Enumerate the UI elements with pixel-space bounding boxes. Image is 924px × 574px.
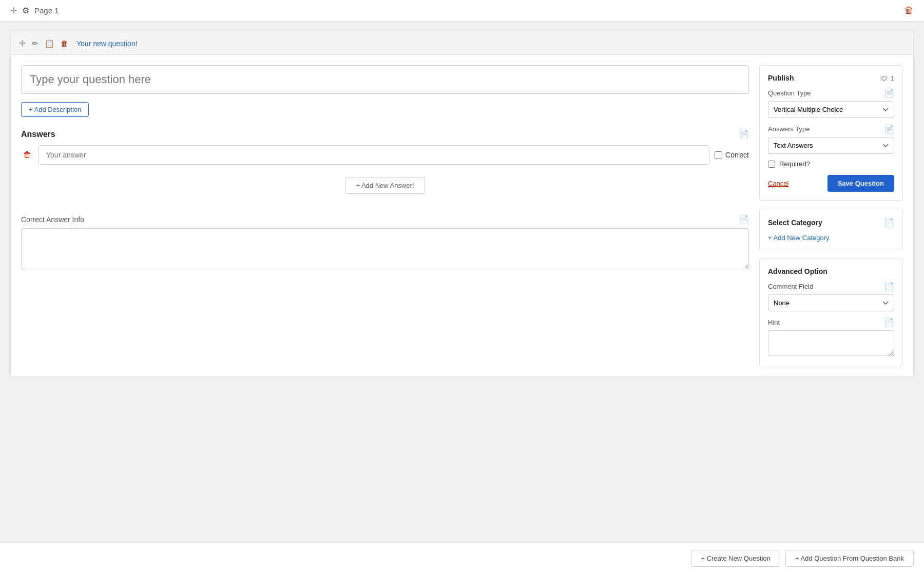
question-delete-icon[interactable]: 🗑 bbox=[61, 39, 68, 48]
comment-field-doc-icon: 📄 bbox=[884, 282, 894, 291]
comment-field-select[interactable]: None Optional Required bbox=[768, 294, 894, 311]
publish-panel-title: Publish bbox=[768, 74, 794, 82]
page-container: ✛ ✏ 📋 🗑 Your new question! + Add Descrip… bbox=[0, 22, 924, 387]
category-panel-header: Select Category 📄 bbox=[768, 217, 894, 227]
correct-checkbox-label[interactable]: Correct bbox=[715, 151, 749, 159]
publish-panel-actions: Cancel Save Question bbox=[768, 175, 894, 192]
required-checkbox-label[interactable]: Required? bbox=[768, 160, 894, 168]
add-description-button[interactable]: + Add Description bbox=[21, 102, 89, 117]
correct-info-textarea[interactable] bbox=[21, 228, 749, 269]
question-type-doc-icon: 📄 bbox=[884, 88, 894, 98]
page-delete-icon[interactable]: 🗑 bbox=[904, 5, 914, 16]
question-card: ✛ ✏ 📋 🗑 Your new question! + Add Descrip… bbox=[10, 32, 914, 377]
correct-checkbox[interactable] bbox=[715, 151, 722, 159]
question-main: + Add Description Answers 📄 🗑 Corr bbox=[21, 65, 759, 366]
answers-doc-icon: 📄 bbox=[739, 129, 749, 139]
answer-delete-button[interactable]: 🗑 bbox=[21, 148, 33, 162]
answers-title: Answers bbox=[21, 130, 55, 139]
advanced-panel: Advanced Option Comment Field 📄 None Opt… bbox=[759, 259, 903, 366]
correct-info-title: Correct Answer Info bbox=[21, 215, 84, 224]
correct-info-doc-icon: 📄 bbox=[739, 214, 749, 224]
publish-panel: Publish ID: 1 Question Type 📄 Vertical M… bbox=[759, 65, 903, 201]
hint-label: Hint 📄 bbox=[768, 318, 894, 327]
save-question-button[interactable]: Save Question bbox=[827, 175, 894, 192]
question-sidebar: Publish ID: 1 Question Type 📄 Vertical M… bbox=[759, 65, 903, 366]
question-input[interactable] bbox=[21, 65, 749, 94]
question-edit-icon[interactable]: ✏ bbox=[32, 39, 38, 48]
advanced-panel-header: Advanced Option bbox=[768, 267, 894, 275]
answer-input[interactable] bbox=[38, 145, 709, 165]
answer-row: 🗑 Correct bbox=[21, 145, 749, 165]
answers-type-select[interactable]: Text Answers Image Answers bbox=[768, 137, 894, 154]
add-category-link[interactable]: + Add New Category bbox=[768, 234, 830, 242]
hint-textarea[interactable] bbox=[768, 330, 894, 356]
correct-info-section: Correct Answer Info 📄 bbox=[21, 214, 749, 271]
question-toolbar: ✛ ✏ 📋 🗑 Your new question! bbox=[11, 32, 913, 55]
page-header-left: ✛ ⚙ Page 1 bbox=[10, 6, 59, 15]
answers-section: Answers 📄 🗑 Correct bbox=[21, 129, 749, 204]
required-checkbox[interactable] bbox=[768, 161, 775, 168]
move-icon[interactable]: ✛ bbox=[10, 6, 17, 15]
cancel-button[interactable]: Cancel bbox=[768, 180, 788, 187]
hint-doc-icon: 📄 bbox=[884, 318, 894, 327]
comment-field-label: Comment Field 📄 bbox=[768, 282, 894, 291]
question-toolbar-title: Your new question! bbox=[76, 39, 138, 48]
category-doc-icon: 📄 bbox=[884, 217, 894, 227]
advanced-panel-title: Advanced Option bbox=[768, 267, 827, 275]
gear-icon[interactable]: ⚙ bbox=[22, 6, 29, 15]
answers-header: Answers 📄 bbox=[21, 129, 749, 139]
question-type-select[interactable]: Vertical Multiple Choice Horizontal Mult… bbox=[768, 101, 894, 118]
question-copy-icon[interactable]: 📋 bbox=[45, 39, 54, 48]
category-panel-title: Select Category bbox=[768, 219, 822, 227]
page-title: Page 1 bbox=[34, 6, 59, 15]
page-header: ✛ ⚙ Page 1 🗑 bbox=[0, 0, 924, 22]
correct-info-header: Correct Answer Info 📄 bbox=[21, 214, 749, 224]
question-type-label: Question Type 📄 bbox=[768, 88, 894, 98]
question-body: + Add Description Answers 📄 🗑 Corr bbox=[11, 55, 913, 377]
answers-type-label: Answers Type 📄 bbox=[768, 124, 894, 134]
answers-type-doc-icon: 📄 bbox=[884, 124, 894, 134]
publish-panel-header: Publish ID: 1 bbox=[768, 74, 894, 82]
category-panel: Select Category 📄 + Add New Category bbox=[759, 209, 903, 250]
publish-panel-id: ID: 1 bbox=[880, 74, 894, 82]
question-move-icon[interactable]: ✛ bbox=[19, 38, 26, 48]
add-answer-button[interactable]: + Add New Answer! bbox=[345, 177, 425, 194]
